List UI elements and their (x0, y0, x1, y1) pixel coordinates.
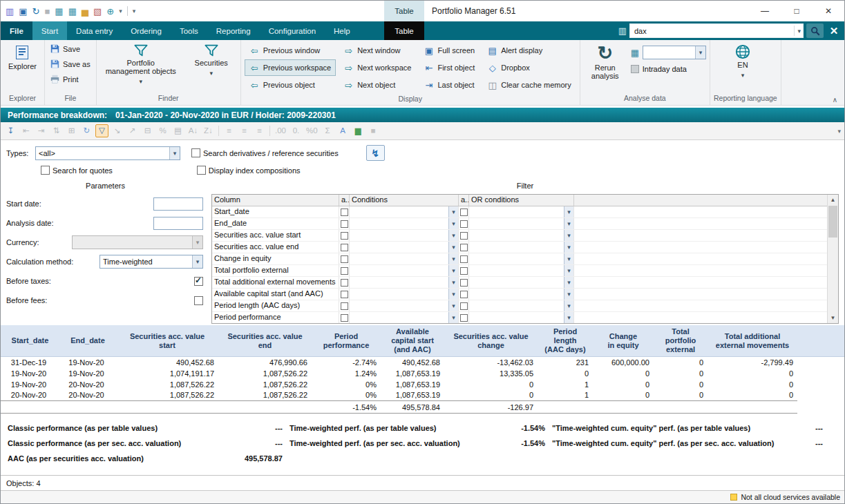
types-select[interactable]: <all> (35, 146, 180, 160)
filter-header-conditions[interactable]: Conditions (350, 195, 459, 206)
filter-or-checkbox[interactable] (459, 253, 469, 264)
filter-header-or-conditions[interactable]: OR conditions (469, 195, 574, 206)
filter-header-and-2[interactable]: a.. (459, 195, 469, 206)
filter-column-name[interactable]: End_date (212, 218, 339, 229)
workspace-chart-icon[interactable]: ▥ (6, 7, 14, 16)
expand-rows-icon[interactable]: ⇅ (50, 124, 63, 137)
filter-or-checkbox[interactable] (459, 277, 469, 288)
print-button[interactable]: Print (48, 72, 81, 86)
filter-conditions-select[interactable] (350, 265, 459, 276)
minimize-button[interactable]: — (749, 1, 781, 21)
save-icon[interactable]: ▣ (19, 7, 27, 16)
dropbox-button[interactable]: ◇Dropbox (482, 59, 576, 76)
time-snapshot-icon[interactable]: ▦ (55, 7, 63, 16)
remove-decimal-icon[interactable]: 0. (289, 124, 303, 137)
fit-right-icon[interactable]: ⇥ (35, 124, 48, 137)
filter-or-checkbox[interactable] (459, 230, 469, 241)
filter-and-checkbox[interactable] (339, 265, 350, 276)
column-chart-icon[interactable]: ▆ (352, 124, 365, 137)
filter-or-conditions-select[interactable] (469, 289, 574, 300)
filter-column-name[interactable]: Total additional external movements (212, 277, 339, 288)
chevron-down-icon[interactable]: ▾ (133, 8, 136, 14)
rerun-analysis-button[interactable]: ↻ Rerun analysis (584, 42, 627, 82)
filter-conditions-select[interactable] (350, 230, 459, 241)
tab-data-entry[interactable]: Data entry (67, 21, 122, 40)
previous-object-button[interactable]: ⇦Previous object (245, 77, 336, 93)
next-workspace-button[interactable]: ⇨Next workspace (339, 59, 416, 76)
column-header[interactable]: Total portfolio external (654, 325, 708, 357)
filter-scrollbar[interactable] (827, 195, 838, 323)
filter-or-checkbox[interactable] (459, 289, 469, 300)
column-header[interactable]: Start_date (1, 325, 59, 357)
filter-column-name[interactable]: Period performance (212, 312, 339, 323)
portfolio-management-objects-button[interactable]: Portfolio management objects (100, 42, 182, 87)
filter-or-conditions-select[interactable] (469, 312, 574, 323)
refresh-icon[interactable]: ↻ (32, 7, 40, 16)
table-row[interactable]: 19-Nov-2019-Nov-201,074,191.171,087,526.… (1, 368, 844, 379)
filter-or-checkbox[interactable] (459, 242, 469, 253)
chevron-down-icon[interactable]: ▾ (119, 8, 122, 14)
search-quotes-checkbox[interactable] (41, 166, 50, 175)
table-row[interactable]: 19-Nov-2020-Nov-201,087,526.221,087,526.… (1, 379, 844, 390)
filter-and-checkbox[interactable] (339, 218, 350, 229)
filter-or-checkbox[interactable] (459, 206, 469, 217)
filter-or-conditions-select[interactable] (469, 230, 574, 241)
column-header[interactable]: Securities acc. value end (218, 325, 312, 357)
display-index-checkbox[interactable] (197, 166, 206, 175)
next-object-button[interactable]: ⇨Next object (339, 77, 416, 93)
contextual-tab-group-header[interactable]: Table (384, 1, 424, 21)
apply-view-icon[interactable]: ▥ (618, 26, 627, 35)
analysis-time-select[interactable] (643, 46, 706, 59)
filter-or-conditions-select[interactable] (469, 206, 574, 217)
filter-and-checkbox[interactable] (339, 312, 350, 323)
last-object-button[interactable]: ⇥Last object (419, 77, 480, 93)
full-screen-button[interactable]: ▣Full screen (419, 42, 480, 59)
fit-left-icon[interactable]: ⇤ (19, 124, 32, 137)
previous-window-button[interactable]: ⇦Previous window (245, 42, 336, 59)
previous-workspace-button[interactable]: ⇦Previous workspace (245, 59, 336, 76)
calculation-method-select[interactable]: Time-weighted (99, 255, 203, 269)
collapse-ribbon-button[interactable]: ∧ (833, 96, 837, 104)
before-fees-checkbox[interactable] (194, 296, 203, 305)
filter-and-checkbox[interactable] (339, 253, 350, 264)
intraday-data-icon[interactable] (631, 65, 639, 73)
close-button[interactable]: ✕ (813, 1, 844, 21)
column-header[interactable]: Change in equity (593, 325, 654, 357)
toolbar-overflow-icon[interactable] (837, 128, 841, 135)
scrollbar-thumb[interactable] (828, 206, 837, 238)
filter-conditions-select[interactable] (350, 253, 459, 264)
align-left-icon[interactable]: ≡ (222, 124, 236, 137)
tab-configuration[interactable]: Configuration (260, 21, 325, 40)
tab-start[interactable]: Start (32, 21, 67, 40)
tab-file[interactable]: File (1, 21, 32, 40)
reporting-language-button[interactable]: EN (714, 42, 772, 81)
table-row[interactable]: 20-Nov-2020-Nov-201,087,526.221,087,526.… (1, 390, 844, 401)
tab-reporting[interactable]: Reporting (207, 21, 260, 40)
search-derivatives-checkbox[interactable] (191, 148, 200, 157)
chevron-down-icon[interactable]: ▾ (794, 26, 801, 36)
sum-row-icon[interactable]: ⊟ (141, 124, 154, 137)
filter-column-name[interactable]: Securities acc. value end (212, 242, 339, 253)
filter-column-name[interactable]: Period length (AAC days) (212, 300, 339, 311)
filter-conditions-select[interactable] (350, 289, 459, 300)
column-header[interactable]: Period length (AAC days) (538, 325, 593, 357)
font-color-icon[interactable]: A (336, 124, 350, 137)
sigma-icon[interactable]: Σ (321, 124, 334, 137)
web-table-icon[interactable]: ⊕ (106, 7, 114, 16)
chart-bars-icon[interactable]: ▅ (82, 7, 88, 16)
percent-format-icon[interactable]: %0 (305, 124, 319, 137)
column-header[interactable]: Securities acc. value change (444, 325, 538, 357)
maximize-button[interactable]: □ (781, 1, 813, 21)
run-search-button[interactable]: ↯ (366, 145, 385, 161)
currency-select[interactable] (72, 235, 203, 249)
filter-column-name[interactable]: Total portfolio external (212, 265, 339, 276)
filter-and-checkbox[interactable] (339, 206, 350, 217)
filter-or-checkbox[interactable] (459, 218, 469, 229)
table-row[interactable]: 31-Dec-1919-Nov-20490,452.68476,990.66-2… (1, 357, 844, 368)
clear-cache-button[interactable]: ◫Clear cache memory (482, 77, 576, 93)
alert-display-button[interactable]: ▤Alert display (482, 42, 576, 59)
search-derivatives-option[interactable]: Search derivatives / reference securitie… (191, 148, 339, 157)
scroll-up-icon[interactable] (828, 195, 838, 205)
column-header[interactable]: Period performance (312, 325, 381, 357)
save-as-button[interactable]: Save as (48, 57, 93, 70)
